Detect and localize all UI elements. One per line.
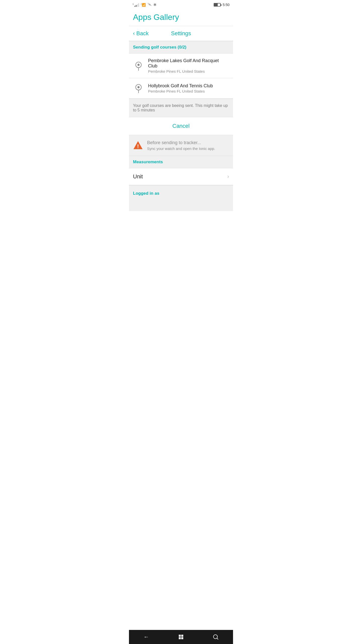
signal-bar-4 [138, 3, 139, 7]
cancel-section: Cancel [129, 117, 233, 135]
course-item-1[interactable]: Pembroke Lakes Golf And Racquet Club Pem… [129, 54, 233, 78]
page-title: Settings [171, 30, 191, 37]
svg-rect-8 [181, 635, 183, 637]
svg-rect-7 [179, 635, 181, 637]
course-location-2: Pembroke Pines FL United States [148, 89, 213, 93]
signal-bar-2 [136, 5, 137, 7]
course-item-2[interactable]: Hollybrook Golf And Tennis Club Pembroke… [129, 78, 233, 99]
warning-title: Before sending to tracker... [147, 140, 215, 145]
course-name-1: Pembroke Lakes Golf And Racquet Club [148, 58, 229, 69]
bottom-nav: ← [129, 630, 233, 644]
header-nav: ‹ Back Settings [129, 26, 233, 41]
chevron-right-icon: › [227, 173, 229, 180]
sending-label: Sending golf courses (0/2) [133, 45, 187, 50]
svg-line-12 [217, 638, 218, 640]
warning-subtitle: Sync your watch and open the Ionic app. [147, 146, 215, 151]
signal-bar-1 [134, 6, 135, 7]
course-info-1: Pembroke Lakes Golf And Racquet Club Pem… [148, 58, 229, 73]
svg-point-4 [138, 86, 140, 88]
back-button[interactable]: ‹ Back [133, 30, 149, 37]
course-location-1: Pembroke Pines FL United States [148, 69, 229, 73]
logged-in-label: Logged in as [133, 191, 159, 196]
app-title-bar: Apps Gallery [129, 9, 233, 26]
svg-text:!: ! [137, 143, 139, 149]
nav-back-button[interactable]: ← [140, 631, 152, 643]
signal-indicator: 1 [132, 3, 139, 7]
svg-rect-9 [179, 637, 181, 639]
measurements-label: Measurements [133, 159, 163, 164]
status-bar: 1 2📶 ✱ 5:50 [129, 0, 233, 9]
warning-icon: ! [133, 140, 143, 150]
back-label: Back [136, 30, 149, 37]
nav-search-button[interactable] [210, 631, 222, 643]
status-time: 5:50 [223, 3, 230, 7]
svg-point-2 [138, 64, 140, 66]
sending-section-header: Sending golf courses (0/2) [129, 41, 233, 54]
signal-bar-3 [137, 4, 138, 7]
back-chevron-icon: ‹ [133, 30, 135, 37]
status-right: 5:50 [214, 3, 230, 7]
bluetooth-icon: ✱ [153, 3, 157, 7]
warning-section: ! Before sending to tracker... Sync your… [129, 135, 233, 156]
network-icon: 2📶 [141, 3, 146, 7]
info-message: Your golf courses are beeing sent. This … [133, 103, 228, 112]
course-name-2: Hollybrook Golf And Tennis Club [148, 83, 213, 89]
app-title: Apps Gallery [133, 13, 229, 22]
location-icon-1 [133, 60, 144, 71]
nav-home-button[interactable] [175, 631, 187, 643]
info-section: Your golf courses are beeing sent. This … [129, 99, 233, 117]
logged-in-section: Logged in as [129, 185, 233, 211]
course-info-2: Hollybrook Golf And Tennis Club Pembroke… [148, 83, 213, 93]
unit-label: Unit [133, 173, 143, 180]
unit-row[interactable]: Unit › [129, 168, 233, 185]
nav-back-icon: ← [144, 634, 149, 640]
cancel-button[interactable]: Cancel [172, 123, 190, 129]
battery-icon [214, 3, 221, 7]
warning-text-block: Before sending to tracker... Sync your w… [147, 140, 215, 151]
svg-rect-10 [181, 637, 183, 639]
status-left: 1 2📶 ✱ [132, 3, 157, 7]
location-icon-2 [133, 83, 144, 94]
measurements-section: Measurements [129, 156, 233, 168]
wifi-icon [147, 3, 152, 7]
